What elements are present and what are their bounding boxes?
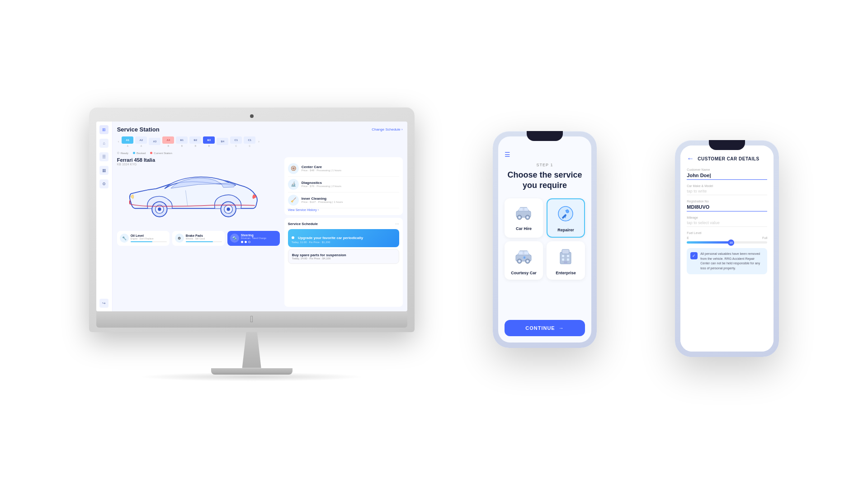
- car-make-value[interactable]: tap to write: [687, 189, 767, 195]
- view-history-link[interactable]: View Service History ›: [288, 208, 399, 211]
- imac-camera-bar: [96, 114, 407, 118]
- phone1-notch: [527, 131, 563, 141]
- tile-car-hire[interactable]: Car Hire: [505, 198, 543, 238]
- phone1-content: ☰ STEP 1 Choose the service you require: [498, 136, 591, 343]
- schedule-menu[interactable]: ···: [395, 221, 399, 226]
- stat-oil: 🔧 Oil Level Engine · Don't Replace: [117, 231, 170, 246]
- mileage-value[interactable]: tap to select value: [687, 221, 767, 227]
- imac-camera: [250, 114, 254, 118]
- schedule-card-1-meta: Today, 11:00 · Fix Price : $1,200: [292, 241, 396, 244]
- enterprise-label: Enterprise: [556, 271, 576, 275]
- sidebar-icon-docs[interactable]: ☰: [99, 152, 108, 161]
- app-title: Service Station: [117, 126, 160, 133]
- phone1-wrapper: ☰ STEP 1 Choose the service you require: [493, 131, 597, 348]
- registration-value[interactable]: MDI8UVO: [687, 204, 767, 211]
- fuel-full-label: Full: [762, 236, 767, 239]
- station-b4[interactable]: B4: [217, 138, 228, 146]
- imac-chin: : [96, 311, 407, 328]
- center-care-name: Center Care: [302, 165, 399, 169]
- stat-steering-label: Steering: [241, 234, 277, 237]
- legend-ready: Ready: [121, 152, 128, 155]
- phone2-content: ← CUSTOMER CAR DETAILS Customer Name Joh…: [680, 145, 774, 352]
- stat-steering-sub: Drivetrain · Need Change: [241, 237, 277, 239]
- stat-steering: 🔩 Steering Drivetrain · Need Change: [227, 231, 280, 246]
- disclaimer-checkbox[interactable]: ✓: [690, 252, 698, 259]
- back-arrow-icon[interactable]: ←: [687, 155, 694, 163]
- imac-stand: [238, 332, 265, 368]
- car-make-field: Car Make & Model tap to write: [687, 184, 767, 195]
- courtesy-car-icon: [514, 248, 533, 268]
- diagnostics-name: Diagnostics: [302, 181, 399, 185]
- service-center-care: 🛞 Center Care Price : $48 · Processing |…: [288, 161, 399, 177]
- schedule-title: Service Schedule: [288, 222, 318, 226]
- diagnostics-meta: Price : $76 · Processing | 2 hours: [302, 185, 399, 188]
- station-b3[interactable]: B3 B: [203, 136, 215, 147]
- svg-rect-28: [567, 255, 569, 257]
- phone2-screen: ← CUSTOMER CAR DETAILS Customer Name Joh…: [680, 145, 774, 352]
- service-list: 🛞 Center Care Price : $48 · Processing |…: [284, 157, 403, 215]
- svg-rect-9: [524, 208, 528, 211]
- phone2-wrapper: ← CUSTOMER CAR DETAILS Customer Name Joh…: [675, 140, 779, 357]
- fuel-thumb[interactable]: 1/2: [728, 239, 734, 246]
- fuel-level-field: Fuel Level E Full 1/2: [687, 231, 767, 244]
- svg-point-2: [158, 207, 161, 211]
- car-name: Ferrari 458 Italia: [117, 157, 280, 163]
- car-plate: KB 1024 KYG: [117, 163, 280, 166]
- station-c2[interactable]: C1 C: [244, 136, 255, 147]
- car-hire-label: Car Hire: [516, 226, 532, 231]
- phone2-title: CUSTOMER CAR DETAILS: [698, 156, 759, 161]
- station-b2[interactable]: B2 B: [189, 136, 201, 147]
- svg-point-23: [527, 260, 529, 262]
- station-next[interactable]: ›: [257, 140, 260, 144]
- steering-icon: 🔩: [230, 234, 239, 243]
- fuel-fill: [687, 241, 731, 244]
- svg-point-16: [566, 210, 569, 213]
- sidebar-icon-logout[interactable]: ↪: [99, 299, 108, 308]
- legend-booked: Booked: [137, 152, 146, 155]
- fuel-value: 1/2: [730, 241, 733, 244]
- cleaning-meta: Price : $127 · Processing | 1 hours: [302, 201, 399, 203]
- phone2-header: ← CUSTOMER CAR DETAILS: [687, 155, 767, 163]
- hamburger-icon[interactable]: ☰: [505, 151, 585, 158]
- svg-rect-31: [564, 261, 567, 264]
- change-schedule-link[interactable]: Change Schedule ›: [372, 127, 403, 131]
- center-care-meta: Price : $48 · Processing | 1 hours: [302, 169, 399, 172]
- app-container: ⊞ ⌂ ☰ ▦ ⚙ ↪ Service Station: [96, 122, 407, 311]
- app-main: Service Station Change Schedule › ‹ A1 A: [113, 122, 407, 311]
- tile-courtesy-car[interactable]: Courtesy Car: [505, 241, 543, 280]
- customer-name-label: Customer Name: [687, 168, 767, 171]
- station-legend: Ready Booked Current Station: [117, 152, 403, 155]
- disclaimer-text: All personal valuables have been removed…: [700, 252, 764, 271]
- stat-brake-sub: Wheels · Still Good: [186, 237, 222, 240]
- station-b1[interactable]: B1 B: [176, 136, 188, 147]
- station-a3[interactable]: A3: [149, 138, 160, 146]
- sidebar-icon-dashboard[interactable]: ⊞: [99, 125, 108, 134]
- repairer-icon: [557, 206, 574, 225]
- tile-enterprise[interactable]: Enterprise: [547, 241, 585, 280]
- registration-field: Registration No MDI8UVO: [687, 200, 767, 211]
- oil-icon: 🔧: [120, 234, 129, 243]
- phone1-heading: Choose the service you require: [505, 170, 585, 191]
- schedule-card-2: Buy spare parts for suspension Today, 14…: [288, 249, 399, 264]
- station-a4[interactable]: A4 B: [162, 136, 174, 147]
- sidebar-icon-home[interactable]: ⌂: [99, 139, 108, 148]
- schedule-card-1-title: Upgrade your favorite car periodically: [298, 236, 363, 240]
- sidebar-icon-settings[interactable]: ⚙: [99, 179, 108, 188]
- phone2-notch: [709, 140, 745, 150]
- tile-repairer[interactable]: Repairer: [547, 198, 585, 238]
- station-prev[interactable]: ‹: [117, 140, 120, 144]
- courtesy-car-label: Courtesy Car: [511, 271, 537, 275]
- continue-label: CONTINUE: [525, 325, 555, 331]
- station-selector: ‹ A1 A A2 A A3: [117, 136, 403, 147]
- svg-rect-18: [519, 251, 523, 254]
- car-right-panel: 🛞 Center Care Price : $48 · Processing |…: [284, 157, 403, 307]
- schedule-card-1: Upgrade your favorite car periodically T…: [288, 229, 399, 247]
- customer-name-value[interactable]: John Doe|: [687, 173, 767, 180]
- arrow-right-icon: →: [559, 325, 564, 331]
- sidebar-icon-calendar[interactable]: ▦: [99, 166, 108, 175]
- station-c1[interactable]: C1 C: [230, 136, 242, 147]
- station-a1[interactable]: A1 A: [122, 136, 133, 147]
- continue-button[interactable]: CONTINUE →: [505, 320, 585, 336]
- station-a2[interactable]: A2 A: [135, 136, 147, 147]
- svg-rect-26: [562, 249, 569, 254]
